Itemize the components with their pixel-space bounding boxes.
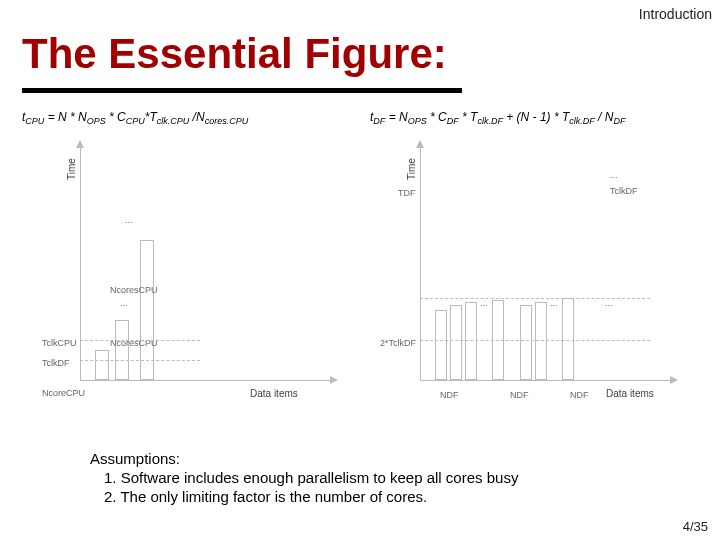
assumptions-block: Assumptions: 1. Software includes enough…	[90, 450, 518, 506]
bar-1	[95, 350, 109, 380]
tick-tclkdf: TclkDF	[42, 358, 70, 368]
ellipsis-r2: ...	[480, 298, 488, 308]
section-header: Introduction	[639, 6, 712, 22]
tick-ncorecpu-x: NcoreCPU	[42, 388, 85, 398]
bar-r1	[435, 310, 447, 380]
y-arrow-icon	[76, 140, 84, 148]
x-arrow-icon	[330, 376, 338, 384]
x-axis-label: Data items	[606, 388, 654, 399]
assumption-1: 1. Software includes enough parallelism …	[90, 469, 518, 488]
guide-line	[80, 340, 200, 341]
bar-ncores	[140, 240, 154, 380]
ellipsis-r4: ...	[605, 298, 613, 308]
tick-ncorescpu: NcoresCPU	[110, 285, 158, 295]
y-axis-label: Time	[66, 158, 77, 180]
assumption-2: 2. The only limiting factor is the numbe…	[90, 488, 518, 507]
bar-r5	[520, 305, 532, 380]
bar-2	[115, 320, 129, 380]
assumptions-heading: Assumptions:	[90, 450, 518, 469]
x-axis	[420, 380, 670, 381]
y-axis	[80, 145, 81, 380]
guide-line-r1	[420, 298, 650, 299]
guide-line-r2	[420, 340, 650, 341]
x-axis-label: Data items	[250, 388, 298, 399]
y-arrow-icon	[416, 140, 424, 148]
bar-r2	[450, 305, 462, 380]
title-underline	[22, 88, 462, 93]
bar-r7	[562, 298, 574, 380]
page-number: 4/35	[683, 519, 708, 534]
ellipsis-r3: ...	[550, 298, 558, 308]
tick-2tclkdf: 2*TclkDF	[380, 338, 416, 348]
formula-cpu: tCPU = N * NOPS * CCPU*Tclk.CPU /Ncores.…	[22, 110, 248, 126]
tick-tclkcpu: TclkCPU	[42, 338, 77, 348]
formula-df: tDF = NOPS * CDF * Tclk.DF + (N - 1) * T…	[370, 110, 625, 126]
guide-line-2	[80, 360, 200, 361]
chart-df: Time Data items TDF ... TclkDF ... ... .…	[380, 140, 680, 420]
ellipsis: ...	[125, 215, 133, 225]
x-tick-ndf2: NDF	[510, 390, 529, 400]
ellipsis-r: ...	[610, 170, 618, 180]
ellipsis-2: ...	[120, 298, 128, 308]
tick-tdf: TDF	[398, 188, 416, 198]
charts-container: Time Data items ... NcoresCPU ... TclkCP…	[30, 140, 690, 430]
x-tick-ndf1: NDF	[440, 390, 459, 400]
x-arrow-icon	[670, 376, 678, 384]
x-axis	[80, 380, 330, 381]
slide-title: The Essential Figure:	[22, 30, 447, 78]
y-axis-label: Time	[406, 158, 417, 180]
tick-tclkdf-r: TclkDF	[610, 186, 638, 196]
bar-r6	[535, 302, 547, 380]
bar-r3	[465, 302, 477, 380]
y-axis	[420, 145, 421, 380]
chart-cpu: Time Data items ... NcoresCPU ... TclkCP…	[40, 140, 340, 420]
x-tick-ndf3: NDF	[570, 390, 589, 400]
